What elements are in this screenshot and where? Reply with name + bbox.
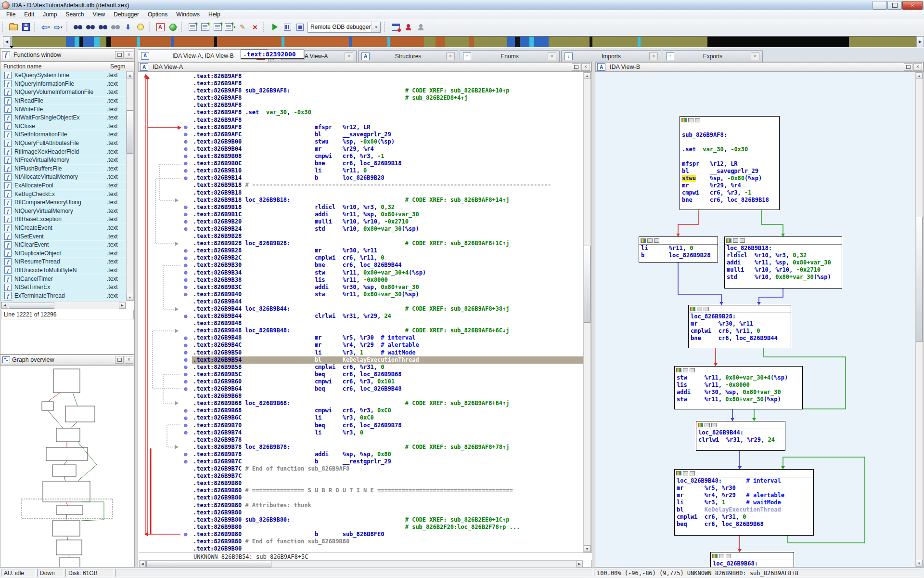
node-group-icon[interactable] [711, 423, 717, 427]
listing-line[interactable]: .text:826B9B68 [138, 393, 584, 400]
node-color-icon[interactable] [726, 238, 732, 243]
listing-line[interactable]: .text:826B9AF8 [138, 117, 584, 124]
listing-line[interactable]: .text:826B9B6C li %r3, 0xC0 [138, 414, 584, 421]
node-group-icon[interactable] [740, 238, 745, 243]
listing-line[interactable]: .text:826B9B80 sub_826B9B80: # CODE XREF… [138, 516, 584, 524]
node-pin-icon[interactable] [697, 307, 702, 311]
listing-line[interactable]: .text:826B9B80 [138, 480, 584, 487]
graph-vertical-scrollbar[interactable]: ▲ ▼ [915, 72, 923, 567]
listing-line[interactable]: .text:826B9B80 # Attributes: thunk [138, 502, 584, 509]
functions-horizontal-scrollbar[interactable]: ◀ ▶ [1, 302, 126, 309]
functions-vertical-scrollbar[interactable]: ▲ ▼ [126, 71, 134, 301]
graph-node-2[interactable]: loc_826B9B18:rldicl %r10, %r3, 0,32addi … [724, 236, 842, 289]
listing-line[interactable]: .text:826B9B4C mr %r4, %r29 # alertable [138, 342, 584, 349]
function-row[interactable]: fNtCreateEvent.text [0, 224, 127, 233]
scrollbar-thumb[interactable] [127, 110, 133, 154]
listing-line[interactable]: .text:826B9AF8 [138, 80, 584, 87]
listing-line[interactable]: .text:826B9B60 cmpwi cr6, %r3, 0x101 [138, 378, 584, 385]
tab-close-icon[interactable]: × [751, 53, 759, 60]
function-row[interactable]: fExAllocatePool.text [0, 182, 127, 190]
node-pin-icon[interactable] [688, 118, 693, 122]
node-group-icon[interactable] [654, 238, 659, 243]
add-segment-button[interactable] [187, 21, 198, 33]
listing-line[interactable]: .text:826B9B48 [138, 320, 584, 327]
node-color-icon[interactable] [676, 368, 681, 372]
scrollbar-thumb[interactable] [584, 246, 590, 323]
edit-function-button[interactable]: ✎ [237, 21, 248, 33]
graph-node-1[interactable]: li %r11, 0b loc_826B9B28 [639, 236, 718, 263]
node-pin-icon[interactable] [683, 368, 688, 372]
node-color-icon[interactable] [698, 423, 703, 427]
node-pin-icon[interactable] [647, 238, 653, 243]
listing-line[interactable]: .text:826B9B40 stw %r11, 0x80+var_30(%sp… [138, 291, 584, 298]
float-panel-button[interactable] [904, 63, 912, 71]
function-row[interactable]: fNtQueryFullAttributesFile.text [0, 139, 127, 148]
close-button[interactable]: × [902, 1, 923, 10]
add-enum-button[interactable] [212, 21, 223, 33]
listing-line[interactable]: .text:826B9B7C [138, 473, 584, 480]
graph-node-4[interactable]: stw %r11, 0x80+var_30+4(%sp)lis %r11, -0… [674, 366, 803, 409]
close-panel-button[interactable]: × [913, 63, 922, 71]
listing-line[interactable]: .text:826B9B44 loc_826B9B44: # CODE XREF… [138, 305, 584, 313]
attach-process-button[interactable] [402, 21, 414, 33]
graph-node-titlebar[interactable] [680, 117, 779, 124]
menu-help[interactable]: Help [204, 11, 225, 18]
function-row[interactable]: fRtlRaiseException.text [0, 215, 127, 224]
listing-line[interactable]: .text:826B9B14 b loc_826B9B28 [138, 174, 584, 182]
close-panel-button[interactable]: × [125, 51, 133, 59]
tab-imports[interactable]: ↓Imports× [561, 50, 661, 62]
listing-line[interactable]: .text:826B9B7C b __restgprlr_29 [138, 458, 584, 465]
graph-node-7[interactable]: loc_826B9B68: [710, 552, 794, 567]
open-file-button[interactable] [8, 21, 19, 33]
listing-line[interactable]: .text:826B9B2C cmplwi cr6, %r11, 0 [138, 254, 584, 262]
debugger-pause-button[interactable] [282, 21, 293, 33]
debugger-start-button[interactable] [269, 21, 281, 33]
function-row[interactable]: fNtClearEvent.text [0, 241, 127, 250]
listing-line[interactable]: .text:826B9B80 # sub_826B2F20:loc_826B2F… [138, 524, 584, 531]
listing-line[interactable]: .text:826B9B80 [138, 509, 584, 516]
graph-node-titlebar[interactable] [675, 470, 813, 477]
function-row[interactable]: fNtQueryVirtualMemory.text [0, 207, 127, 216]
search-next-binary-button[interactable] [110, 21, 121, 33]
navigate-back-button[interactable]: ⇦▾ [40, 21, 51, 33]
listing-line[interactable]: .text:826B9AF8 [138, 73, 584, 80]
node-group-icon[interactable] [695, 118, 700, 122]
graph-node-titlebar[interactable] [696, 421, 785, 429]
listing-line[interactable]: .text:826B9B28 mr %r30, %r11 [138, 247, 584, 254]
tab-close-icon[interactable]: × [446, 53, 455, 60]
function-row[interactable]: fNtCancelTimer.text [0, 275, 127, 283]
close-panel-button[interactable]: × [581, 63, 590, 71]
delete-function-button[interactable]: × [249, 21, 261, 33]
listing-line[interactable]: .text:826B9B28 loc_826B9B28: # CODE XREF… [138, 240, 584, 247]
listing-line[interactable]: .text:826B9B7C # End of function sub_826… [138, 465, 584, 473]
graph-node-titlebar[interactable] [675, 367, 802, 374]
scroll-right-icon[interactable]: ▶ [576, 561, 583, 567]
listing-line[interactable]: .text:826B9B80 b sub_826B8FE0 [138, 531, 584, 538]
node-pin-icon[interactable] [683, 471, 688, 475]
listing-vertical-scrollbar[interactable]: ▲ ▼ [583, 72, 591, 552]
add-struct-button[interactable] [199, 21, 211, 33]
debugger-stop-button[interactable] [294, 21, 306, 33]
navband-left-arrow[interactable]: ◀ [3, 36, 11, 47]
function-row[interactable]: fNtResumeThread.text [0, 258, 127, 266]
function-row[interactable]: fExTerminateThread.text [0, 291, 127, 300]
save-button[interactable] [20, 21, 32, 33]
menu-search[interactable]: Search [61, 11, 88, 18]
navigation-band[interactable] [12, 36, 916, 47]
search-next-text-button[interactable] [85, 21, 96, 33]
maximize-button[interactable] [887, 1, 902, 10]
listing-line[interactable]: .text:826B9B78 addi %sp, %sp, 0x80 [138, 451, 584, 458]
listing-line[interactable]: .text:826B9B80 [138, 494, 584, 501]
node-color-icon[interactable] [641, 238, 646, 243]
ascii-string-button[interactable]: A [154, 21, 166, 33]
function-row[interactable]: fNtClose.text [0, 122, 127, 131]
run-analysis-button[interactable] [167, 21, 179, 33]
function-row[interactable]: fNtQueryVolumeInformationFile.text [0, 88, 127, 97]
listing-line[interactable]: .text:826B9AF8 # sub_826B2ED8+4↑j [138, 94, 584, 102]
listing-line[interactable]: .text:826B9B74 li %r3, 0 [138, 429, 584, 436]
lumina-button[interactable] [135, 21, 146, 33]
menu-jump[interactable]: Jump [38, 11, 61, 18]
scroll-up-icon[interactable]: ▲ [127, 72, 133, 79]
function-row[interactable]: fNtQueryInformationFile.text [0, 80, 127, 89]
listing-line[interactable]: .text:826B9AFC bl __savegprlr_29 [138, 131, 584, 138]
